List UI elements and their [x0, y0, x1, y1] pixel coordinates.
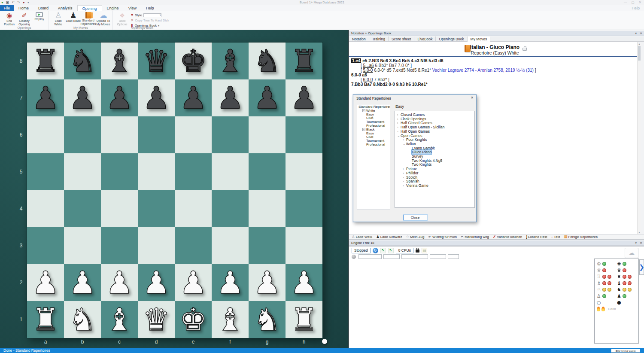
square-e4[interactable]	[175, 190, 212, 227]
notation-tab-training[interactable]: Training	[369, 37, 389, 41]
chevron-right-icon[interactable]: ›	[397, 130, 401, 134]
menu-tab-home[interactable]: Home	[14, 5, 33, 11]
toolbar-item-text[interactable]: ↓Text	[551, 235, 560, 239]
close-icon[interactable]: ✕	[639, 0, 641, 5]
engine-field-3[interactable]	[401, 254, 428, 259]
close-icon[interactable]: ✕	[640, 31, 642, 36]
square-c1[interactable]: ♝	[101, 301, 138, 338]
engine-field-4[interactable]	[430, 254, 446, 259]
square-b8[interactable]: ♞	[64, 43, 101, 79]
toolbar-item-variante-l-schen[interactable]: ✗Variante löschen	[493, 235, 522, 239]
maximize-icon[interactable]: ▢	[632, 0, 635, 5]
tree-item-two-knights-4-ng5[interactable]: Two Knights 4.Ng5	[395, 159, 474, 163]
move-text[interactable]: 5.0-0	[363, 68, 373, 73]
red-dot[interactable]	[602, 281, 606, 285]
style-combobox[interactable]: ▾	[143, 13, 161, 17]
square-d3[interactable]	[138, 227, 175, 264]
toolbar-item-fertige-repertoires[interactable]: ▦Fertige Repertoires	[564, 235, 598, 239]
square-f5[interactable]	[212, 153, 249, 190]
square-d2[interactable]: ♟	[138, 264, 175, 301]
file-menu-button[interactable]: File	[0, 5, 14, 11]
chevron-right-icon[interactable]: ›	[403, 180, 406, 184]
red-dot[interactable]	[602, 275, 606, 279]
yellow-dot[interactable]	[623, 288, 626, 292]
square-a7[interactable]: ♟	[27, 79, 64, 116]
collapse-icon[interactable]: ▾	[635, 240, 637, 246]
chessboard[interactable]: ♜♞♝♛♚♝♞♜♟♟♟♟♟♟♟♟♟♟♟♟♟♟♟♟♜♞♝♛♚♝♞♜	[27, 43, 322, 338]
square-f3[interactable]	[212, 227, 249, 264]
engine-switch-icon[interactable]: ↻	[373, 248, 378, 253]
lock-engine-icon[interactable]	[416, 250, 419, 253]
chevron-right-icon[interactable]: ›	[397, 121, 401, 125]
chevron-down-icon[interactable]: ⌄	[403, 142, 406, 146]
help-link[interactable]: Help	[632, 5, 640, 11]
notation-tab-openings-book[interactable]: Openings Book	[436, 37, 467, 41]
engine-field-1[interactable]	[358, 254, 382, 259]
square-e3[interactable]	[175, 227, 212, 264]
scrollbar-thumb[interactable]	[638, 46, 641, 61]
copy-line-icon[interactable]: ↖	[388, 248, 394, 253]
close-button[interactable]: Close	[403, 215, 427, 220]
move-text[interactable]: 6.0-0* d5 7.exd5 Nxd5 8.Re1*	[373, 68, 432, 73]
yellow-dot[interactable]	[602, 288, 606, 292]
square-c4[interactable]	[101, 190, 138, 227]
square-d6[interactable]	[138, 116, 175, 153]
move-text[interactable]: 7.Bb3* ]	[373, 77, 389, 82]
square-e2[interactable]: ♟	[175, 264, 212, 301]
square-e7[interactable]: ♟	[175, 79, 212, 116]
chevron-right-icon[interactable]: ›	[403, 167, 406, 171]
chevron-down-icon[interactable]: ⌄	[397, 134, 401, 138]
square-f6[interactable]	[212, 116, 249, 153]
load-black-button[interactable]: ♟Load Black	[66, 12, 81, 26]
square-d7[interactable]: ♟	[138, 79, 175, 116]
move-text[interactable]: 6.0-0 a6	[351, 73, 367, 77]
square-c6[interactable]	[101, 116, 138, 153]
move-text[interactable]: 6.Bb3* Ba7 7.0-0* ]	[374, 63, 412, 68]
square-b4[interactable]	[64, 190, 101, 227]
menu-tab-help[interactable]: Help	[141, 5, 159, 11]
square-d4[interactable]	[138, 190, 175, 227]
collapse-icon[interactable]: ▾	[635, 31, 637, 36]
replay-button[interactable]: Replay	[32, 12, 47, 26]
chevron-right-icon[interactable]: ›	[397, 117, 401, 122]
square-h3[interactable]	[286, 227, 322, 264]
tree-item-italian[interactable]: ⌄Italian	[395, 142, 474, 146]
green-dot[interactable]	[623, 262, 626, 266]
square-g1[interactable]: ♞	[249, 301, 286, 338]
square-e6[interactable]	[175, 116, 212, 153]
tree-item-easy[interactable]: Easy	[357, 132, 390, 136]
cpus-button[interactable]: 8 CPUs	[396, 248, 413, 253]
square-g4[interactable]	[249, 190, 286, 227]
square-g3[interactable]	[249, 227, 286, 264]
close-icon[interactable]: ✕	[640, 240, 642, 246]
green-dot[interactable]	[602, 294, 606, 298]
dialog-close-icon[interactable]: ✕	[471, 96, 474, 100]
square-a5[interactable]	[27, 153, 64, 190]
square-h8[interactable]: ♜	[286, 43, 322, 79]
square-f2[interactable]: ♟	[212, 264, 249, 301]
menu-tab-opening[interactable]: Opening	[77, 5, 102, 11]
account-status-button[interactable]: Blitz Arena Guest	[611, 349, 640, 353]
green-dot[interactable]	[602, 262, 606, 266]
yellow-dot[interactable]	[628, 288, 632, 292]
tree-item-giuco-piano[interactable]: Giuco Piano	[395, 150, 474, 155]
square-h2[interactable]: ♟	[286, 264, 322, 301]
game-reference[interactable]: Vachier Lagrave 2774 - Aronian 2758, 201…	[432, 68, 534, 73]
green-dot[interactable]	[623, 294, 626, 298]
red-dot[interactable]	[608, 281, 611, 285]
red-dot[interactable]	[602, 268, 606, 272]
engine-field-2[interactable]	[383, 254, 400, 259]
red-dot[interactable]	[608, 275, 611, 279]
menu-tab-view[interactable]: View	[124, 5, 141, 11]
toolbar-item-mein-zug[interactable]: ☆Mein Zug	[406, 235, 425, 239]
square-b1[interactable]: ♞	[64, 301, 101, 338]
scroll-down-icon[interactable]: ▼	[638, 231, 641, 234]
square-h4[interactable]	[286, 190, 322, 227]
upload-to-my-moves-button[interactable]: Upload To My Moves	[96, 12, 111, 26]
square-b5[interactable]	[64, 153, 101, 190]
square-b2[interactable]: ♟	[64, 264, 101, 301]
engine-field-5[interactable]	[448, 254, 459, 259]
notation-scrollbar[interactable]: ▲ ▼	[637, 42, 641, 234]
scroll-up-icon[interactable]: ▲	[638, 42, 641, 46]
square-c5[interactable]	[101, 153, 138, 190]
